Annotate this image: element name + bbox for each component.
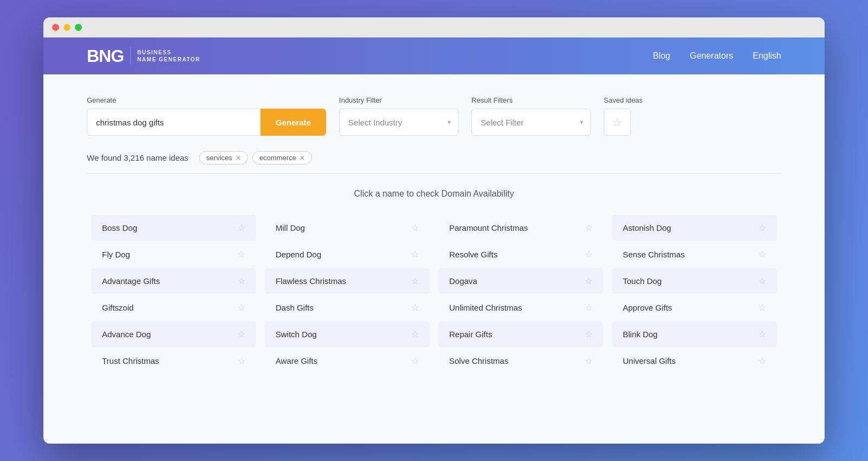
results-count: We found 3,216 name ideas (87, 153, 188, 162)
star-icon[interactable]: ☆ (585, 302, 592, 313)
name-column-4: Astonish Dog ☆ Sense Christmas ☆ Touch D… (608, 214, 781, 375)
saved-ideas-group: Saved ideas ☆ (604, 96, 643, 136)
star-icon[interactable]: ☆ (585, 249, 592, 260)
star-icon[interactable]: ☆ (758, 356, 766, 366)
nav-blog[interactable]: Blog (653, 51, 670, 61)
list-item[interactable]: Dogava ☆ (438, 268, 603, 294)
star-icon[interactable]: ☆ (585, 329, 592, 339)
list-item[interactable]: Dash Gifts ☆ (265, 295, 430, 320)
list-item[interactable]: Universal Gifts ☆ (612, 348, 777, 374)
star-icon[interactable]: ☆ (238, 276, 245, 286)
star-icon[interactable]: ☆ (758, 276, 766, 286)
list-item[interactable]: Aware Gifts ☆ (265, 348, 430, 374)
close-dot[interactable] (52, 24, 59, 31)
star-icon[interactable]: ☆ (238, 302, 245, 313)
industry-select[interactable]: Select Industry (339, 109, 458, 136)
filter-tag-ecommerce-close[interactable]: ✕ (299, 155, 305, 161)
star-icon[interactable]: ☆ (585, 223, 592, 233)
maximize-dot[interactable] (75, 24, 82, 31)
main-content: Generate Generate Industry Filter Select… (43, 74, 825, 444)
section-divider (87, 173, 781, 174)
list-item[interactable]: Astonish Dog ☆ (612, 215, 777, 241)
filter-tag-services-close[interactable]: ✕ (235, 155, 241, 161)
list-item[interactable]: Blink Dog ☆ (612, 321, 777, 347)
star-icon[interactable]: ☆ (238, 223, 245, 233)
browser-window: BNG BUSINESS NAME GENERATOR Blog Generat… (43, 17, 825, 444)
names-grid: Boss Dog ☆ Fly Dog ☆ Advantage Gifts ☆ G… (87, 214, 781, 375)
name-column-1: Boss Dog ☆ Fly Dog ☆ Advantage Gifts ☆ G… (87, 214, 260, 375)
industry-filter-group: Industry Filter Select Industry ▾ (339, 96, 458, 136)
star-icon[interactable]: ☆ (411, 223, 419, 233)
search-area: Generate (87, 109, 326, 136)
list-item[interactable]: Advance Dog ☆ (91, 321, 256, 347)
saved-ideas-button[interactable]: ☆ (604, 109, 631, 136)
result-filters-label: Result Filters (471, 96, 591, 104)
industry-filter-label: Industry Filter (339, 96, 458, 104)
result-select-wrapper: Select Filter ▾ (471, 109, 591, 136)
list-item[interactable]: Touch Dog ☆ (612, 268, 777, 294)
search-input[interactable] (87, 109, 260, 136)
star-icon[interactable]: ☆ (238, 329, 245, 339)
filter-tag-services[interactable]: services ✕ (199, 151, 248, 165)
results-info-row: We found 3,216 name ideas services ✕ eco… (87, 151, 781, 165)
result-select[interactable]: Select Filter (471, 109, 591, 136)
star-icon[interactable]: ☆ (758, 223, 766, 233)
list-item[interactable]: Sense Christmas ☆ (612, 242, 777, 267)
site-header: BNG BUSINESS NAME GENERATOR Blog Generat… (43, 37, 825, 74)
filter-tag-ecommerce[interactable]: ecommerce ✕ (252, 151, 312, 165)
list-item[interactable]: Switch Dog ☆ (265, 321, 430, 347)
list-item[interactable]: Approve Gifts ☆ (612, 295, 777, 320)
generate-group: Generate Generate (87, 96, 326, 136)
list-item[interactable]: Trust Christmas ☆ (91, 348, 256, 374)
filter-tag-services-label: services (206, 154, 232, 162)
filter-tags: services ✕ ecommerce ✕ (199, 151, 312, 165)
name-column-2: Mill Dog ☆ Depend Dog ☆ Flawless Christm… (260, 214, 434, 375)
logo-area: BNG BUSINESS NAME GENERATOR (87, 47, 200, 65)
industry-select-wrapper: Select Industry ▾ (339, 109, 458, 136)
list-item[interactable]: Depend Dog ☆ (265, 242, 430, 267)
result-filters-group: Result Filters Select Filter ▾ (471, 96, 591, 136)
list-item[interactable]: Giftszoid ☆ (91, 295, 256, 320)
star-icon[interactable]: ☆ (758, 249, 766, 260)
logo-divider (130, 47, 131, 65)
logo-text: BUSINESS NAME GENERATOR (137, 49, 200, 63)
star-icon[interactable]: ☆ (411, 302, 419, 313)
list-item[interactable]: Unlimited Christmas ☆ (438, 295, 603, 320)
controls-row: Generate Generate Industry Filter Select… (87, 96, 781, 136)
star-icon[interactable]: ☆ (758, 302, 766, 313)
list-item[interactable]: Boss Dog ☆ (91, 215, 256, 241)
list-item[interactable]: Resolve Gifts ☆ (438, 242, 603, 267)
generate-button[interactable]: Generate (260, 109, 326, 136)
star-icon[interactable]: ☆ (238, 356, 245, 366)
list-item[interactable]: Flawless Christmas ☆ (265, 268, 430, 294)
logo-bng: BNG (87, 47, 124, 65)
star-icon[interactable]: ☆ (411, 249, 419, 260)
filter-tag-ecommerce-label: ecommerce (259, 154, 296, 162)
star-icon[interactable]: ☆ (585, 276, 592, 286)
star-icon[interactable]: ☆ (238, 249, 245, 260)
list-item[interactable]: Advantage Gifts ☆ (91, 268, 256, 294)
name-column-3: Paramount Christmas ☆ Resolve Gifts ☆ Do… (434, 214, 608, 375)
domain-hint: Click a name to check Domain Availabilit… (87, 189, 781, 199)
star-icon[interactable]: ☆ (411, 356, 419, 366)
minimize-dot[interactable] (63, 24, 71, 31)
list-item[interactable]: Fly Dog ☆ (91, 242, 256, 267)
saved-star-icon: ☆ (612, 116, 622, 129)
star-icon[interactable]: ☆ (411, 329, 419, 339)
star-icon[interactable]: ☆ (758, 329, 766, 339)
nav-language[interactable]: English (753, 51, 781, 61)
saved-ideas-label: Saved ideas (604, 96, 643, 104)
star-icon[interactable]: ☆ (411, 276, 419, 286)
nav-links: Blog Generators English (653, 51, 781, 61)
list-item[interactable]: Repair Gifts ☆ (438, 321, 603, 347)
list-item[interactable]: Mill Dog ☆ (265, 215, 430, 241)
list-item[interactable]: Paramount Christmas ☆ (438, 215, 603, 241)
list-item[interactable]: Solve Christmas ☆ (438, 348, 603, 374)
nav-generators[interactable]: Generators (690, 51, 733, 61)
star-icon[interactable]: ☆ (585, 356, 592, 366)
generate-label: Generate (87, 96, 326, 104)
browser-chrome (43, 17, 825, 37)
